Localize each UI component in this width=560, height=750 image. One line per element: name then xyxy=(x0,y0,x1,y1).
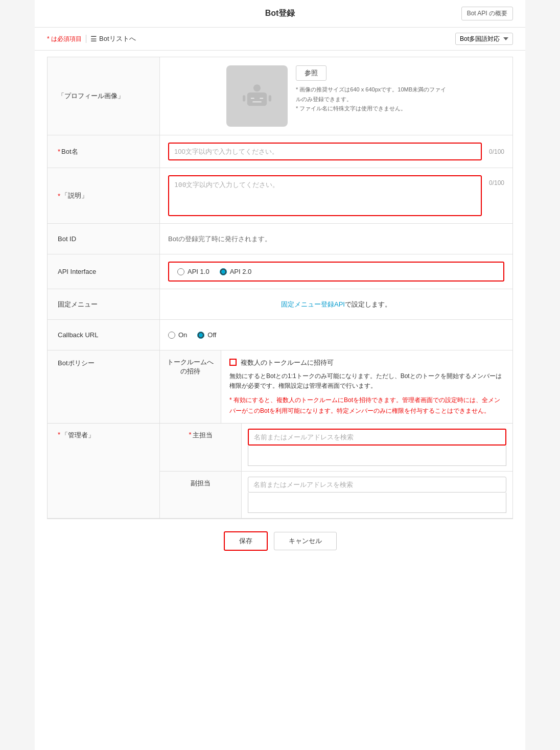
policy-desc: 無効にするとBotとの1:1トークのみ可能になります。ただし、Botとのトークを… xyxy=(229,371,504,391)
primary-admin-content xyxy=(242,424,512,471)
profile-info: 参照 * 画像の推奨サイズは640 x 640pxです。10MB未満のファイ ル… xyxy=(296,65,446,113)
required-note: * は必須項目 xyxy=(47,35,82,43)
admin-section-row: * 「管理者」 * 主担当 xyxy=(48,424,512,519)
bot-name-row: * Bot名 0/100 xyxy=(48,135,512,168)
svg-rect-3 xyxy=(260,98,263,99)
svg-rect-2 xyxy=(251,98,254,99)
primary-admin-results xyxy=(248,446,506,466)
callback-url-radio-group: On Off xyxy=(168,331,216,339)
callback-off-label: Off xyxy=(207,331,216,339)
list-icon: ☰ xyxy=(90,35,97,43)
description-row: * 「説明」 0/100 xyxy=(48,168,512,224)
description-char-count: 0/100 xyxy=(489,179,504,186)
bot-id-content: Botの登録完了時に発行されます。 xyxy=(160,224,512,254)
secondary-admin-content xyxy=(242,472,512,518)
callback-on-label: On xyxy=(178,331,187,339)
secondary-admin-row: 副担当 xyxy=(160,472,512,518)
cancel-button[interactable]: キャンセル xyxy=(274,532,337,550)
policy-warning: * 有効にすると、複数人のトークルームにBotを招待できます。管理者画面での設定… xyxy=(229,395,504,416)
admin-main-label: * 「管理者」 xyxy=(48,424,160,518)
bot-policy-row: Botポリシー トークルームへの招待 複数人のトークルームに招待可 無効にすると… xyxy=(48,350,512,423)
description-textarea[interactable] xyxy=(168,175,482,216)
callback-on-option[interactable]: On xyxy=(168,331,187,339)
secondary-admin-results xyxy=(248,493,506,513)
description-label: * 「説明」 xyxy=(48,168,160,223)
multilang-select[interactable]: Bot多国語対応 xyxy=(455,33,513,45)
api-interface-row: API Interface API 1.0 API 2.0 xyxy=(48,254,512,289)
callback-url-label: Callback URL xyxy=(48,320,160,350)
policy-checkbox[interactable] xyxy=(229,359,237,366)
policy-checkbox-text: 複数人のトークルームに招待可 xyxy=(241,358,334,368)
fixed-menu-api-link[interactable]: 固定メニュー登録API xyxy=(281,300,345,309)
api-2-option[interactable]: API 2.0 xyxy=(220,268,252,275)
policy-sub-label: トークルームへの招待 xyxy=(160,350,221,423)
api-1-label: API 1.0 xyxy=(188,268,209,275)
footer-buttons: 保存 キャンセル xyxy=(35,519,525,563)
api-interface-radio-group: API 1.0 API 2.0 xyxy=(168,262,504,282)
secondary-admin-label: 副担当 xyxy=(160,472,242,518)
save-button[interactable]: 保存 xyxy=(224,531,268,551)
primary-admin-search[interactable] xyxy=(248,429,506,446)
profile-image-row: 「プロフィール画像」 xyxy=(48,57,512,135)
svg-rect-5 xyxy=(243,95,245,101)
bot-name-label: * Bot名 xyxy=(48,135,160,168)
divider xyxy=(86,35,86,43)
bot-name-input[interactable] xyxy=(168,143,482,160)
svg-rect-1 xyxy=(247,92,267,106)
fixed-menu-label: 固定メニュー xyxy=(48,289,160,319)
bot-list-label: Botリストへ xyxy=(99,34,136,43)
policy-content: 複数人のトークルームに招待可 無効にするとBotとの1:1トークのみ可能になりま… xyxy=(221,350,512,423)
fixed-menu-row: 固定メニュー 固定メニュー登録API で設定します。 xyxy=(48,289,512,320)
primary-admin-label: * 主担当 xyxy=(160,424,242,471)
primary-admin-row: * 主担当 xyxy=(160,424,512,472)
profile-image-label: 「プロフィール画像」 xyxy=(48,57,160,135)
profile-desc: * 画像の推奨サイズは640 x 640pxです。10MB未満のファイ ルのみ登… xyxy=(296,85,446,113)
svg-rect-4 xyxy=(252,102,262,103)
api-2-label: API 2.0 xyxy=(230,268,252,275)
svg-rect-6 xyxy=(269,95,271,101)
bot-list-link[interactable]: ☰ Botリストへ xyxy=(90,34,136,43)
bot-name-char-count: 0/100 xyxy=(489,148,504,155)
bot-id-label: Bot ID xyxy=(48,224,160,254)
page-title: Bot登録 xyxy=(265,8,295,19)
api-interface-label: API Interface xyxy=(48,254,160,289)
fixed-menu-suffix: で設定します。 xyxy=(345,300,391,309)
secondary-admin-search[interactable] xyxy=(248,477,506,493)
api-1-option[interactable]: API 1.0 xyxy=(177,268,209,275)
callback-url-row: Callback URL On Off xyxy=(48,320,512,350)
bot-avatar xyxy=(226,65,288,127)
browse-button[interactable]: 参照 xyxy=(296,65,326,81)
bot-policy-label: Botポリシー xyxy=(48,350,160,423)
callback-off-option[interactable]: Off xyxy=(197,331,216,339)
bot-id-row: Bot ID Botの登録完了時に発行されます。 xyxy=(48,224,512,254)
svg-point-0 xyxy=(253,84,261,91)
api-overview-button[interactable]: Bot API の概要 xyxy=(461,7,513,20)
